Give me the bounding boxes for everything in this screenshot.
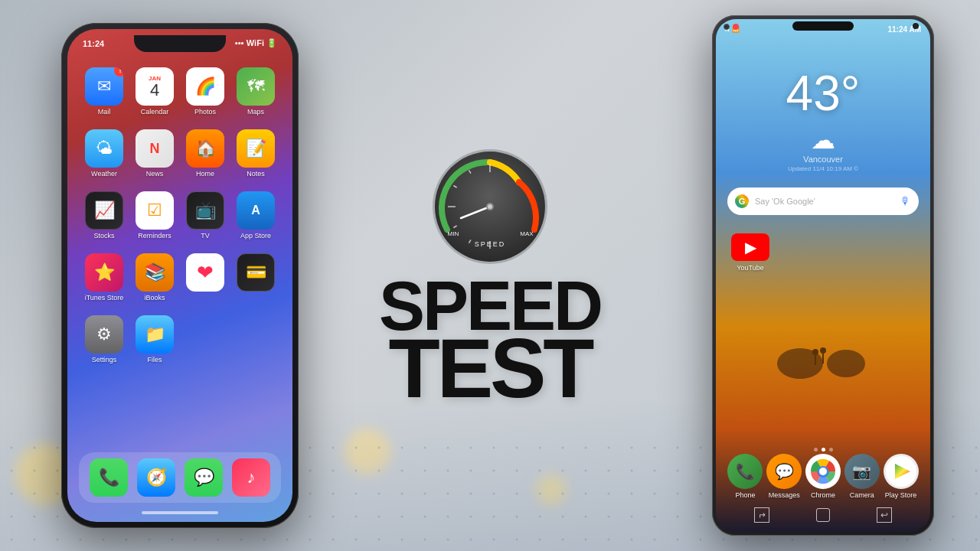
mail-icon: ✉ ! [85, 67, 123, 106]
reminders-label: Reminders [138, 232, 172, 240]
itunes-label: iTunes Store [85, 294, 124, 302]
mail-badge: ! [114, 67, 123, 77]
mail-label: Mail [98, 108, 111, 116]
samsung-playstore-label: Play Store [885, 491, 917, 499]
svg-point-18 [827, 350, 865, 377]
app-files[interactable]: 📁 Files [132, 315, 177, 364]
ibooks-label: iBooks [144, 294, 165, 302]
app-wallet[interactable]: 💳 [234, 253, 278, 302]
itunes-icon: ⭐ [85, 253, 123, 292]
svg-point-19 [812, 349, 818, 355]
app-calendar[interactable]: JAN 4 Calendar [132, 67, 177, 116]
svg-text:MAX: MAX [520, 230, 534, 237]
google-mic-icon[interactable]: 🎙 [900, 195, 911, 207]
news-icon: N [136, 129, 174, 168]
iphone-screen: 11:24 ▪▪▪ WiFi 🔋 ✉ ! Mail JAN [67, 29, 292, 522]
samsung-playstore-icon [884, 454, 919, 489]
iphone-dock: 📞 🧭 💬 ♪ [79, 452, 281, 503]
samsung-chrome-icon [805, 454, 841, 489]
nav-home-btn[interactable] [816, 508, 830, 522]
samsung-dock-messages[interactable]: 💬 Messages [766, 454, 802, 499]
dock-phone-icon: 📞 [90, 458, 128, 497]
test-label: TEST [379, 330, 601, 406]
dock-safari-icon: 🧭 [137, 458, 175, 497]
photos-label: Photos [194, 108, 216, 116]
samsung-phone-icon: 📞 [727, 454, 763, 489]
samsung-screen: N 📶 11:24 AM 43° ☁ Vancouver Updated 11/… [716, 19, 930, 532]
youtube-icon: ▶ [731, 233, 769, 261]
samsung-dock-playstore[interactable]: Play Store [884, 454, 919, 499]
svg-point-16 [488, 204, 492, 209]
samsung-status-dots [724, 24, 739, 30]
files-icon: 📁 [136, 315, 174, 354]
app-row-4: ⭐ iTunes Store 📚 iBooks ❤ 💳 [79, 253, 281, 302]
app-row-1: ✉ ! Mail JAN 4 Calendar 🌈 [79, 67, 281, 116]
app-news[interactable]: N News [132, 129, 177, 178]
app-photos[interactable]: 🌈 Photos [183, 67, 227, 116]
app-notes[interactable]: 📝 Notes [234, 129, 278, 178]
samsung-dock-chrome[interactable]: Chrome [805, 454, 841, 499]
speed-test-text: SPEED TEST [379, 276, 601, 406]
home-icon: 🏠 [186, 129, 224, 168]
dock-music[interactable]: ♪ [229, 458, 273, 497]
center-content: MIN MAX SPEED SPEED TEST [379, 145, 601, 406]
wallet-icon: 💳 [237, 253, 275, 292]
samsung-body: N 📶 11:24 AM 43° ☁ Vancouver Updated 11/… [712, 15, 934, 536]
maps-icon: 🗺 [237, 67, 275, 106]
samsung-updated: Updated 11/4 10:19 AM © [716, 165, 930, 172]
samsung-weather: 43° ☁ Vancouver Updated 11/4 10:19 AM © [716, 65, 930, 172]
app-appstore[interactable]: A App Store [234, 191, 278, 240]
samsung-camera-label: Camera [850, 491, 874, 499]
app-health[interactable]: ❤ [183, 253, 227, 302]
samsung-dock-phone[interactable]: 📞 Phone [727, 454, 763, 499]
maps-label: Maps [247, 108, 264, 116]
ibooks-icon: 📚 [136, 253, 174, 292]
app-itunes[interactable]: ⭐ iTunes Store [82, 253, 126, 302]
samsung-dock: 📞 Phone 💬 Messages [720, 448, 926, 505]
samsung-messages-icon: 💬 [766, 454, 802, 489]
settings-icon: ⚙ [85, 315, 123, 354]
svg-text:SPEED: SPEED [475, 240, 506, 248]
iphone-device: 11:24 ▪▪▪ WiFi 🔋 ✉ ! Mail JAN [61, 23, 299, 528]
samsung-device: N 📶 11:24 AM 43° ☁ Vancouver Updated 11/… [712, 15, 934, 536]
reminders-icon: ☑ [136, 191, 174, 230]
appstore-label: App Store [240, 232, 271, 240]
app-maps[interactable]: 🗺 Maps [234, 67, 278, 116]
calendar-icon: JAN 4 [136, 67, 174, 106]
app-row-3: 📈 Stocks ☑ Reminders 📺 TV A App Store [79, 191, 281, 240]
samsung-dock-camera[interactable]: 📷 Camera [844, 454, 880, 499]
settings-label: Settings [92, 356, 117, 364]
dock-phone[interactable]: 📞 [87, 458, 131, 497]
app-settings[interactable]: ⚙ Settings [82, 315, 126, 364]
stocks-icon: 📈 [85, 191, 123, 230]
samsung-speaker [792, 21, 854, 31]
iphone-time: 11:24 [83, 39, 104, 48]
app-weather[interactable]: 🌤 Weather [82, 129, 126, 178]
app-row-2: 🌤 Weather N News 🏠 Home 📝 Notes [79, 129, 281, 178]
news-label: News [146, 170, 164, 178]
samsung-search-bar[interactable]: G Say 'Ok Google' 🎙 [727, 187, 919, 215]
app-empty-1 [183, 315, 227, 364]
app-ibooks[interactable]: 📚 iBooks [132, 253, 177, 302]
samsung-youtube-icon[interactable]: ▶ YouTube [731, 233, 769, 272]
samsung-camera [913, 23, 919, 29]
app-stocks[interactable]: 📈 Stocks [82, 191, 126, 240]
app-home[interactable]: 🏠 Home [183, 129, 227, 178]
google-placeholder: Say 'Ok Google' [755, 197, 894, 206]
nav-back-btn[interactable]: ↵ [754, 507, 769, 523]
dock-messages[interactable]: 💬 [181, 458, 226, 497]
svg-point-26 [819, 468, 827, 475]
app-reminders[interactable]: ☑ Reminders [132, 191, 177, 240]
notes-icon: 📝 [237, 129, 275, 168]
nav-recent-btn[interactable]: ↩ [877, 507, 892, 523]
app-tv[interactable]: 📺 TV [183, 191, 227, 240]
iphone-body: 11:24 ▪▪▪ WiFi 🔋 ✉ ! Mail JAN [61, 23, 299, 528]
dock-safari[interactable]: 🧭 [134, 458, 178, 497]
tv-icon: 📺 [186, 191, 224, 230]
samsung-nav-bar: ↵ ↩ [716, 504, 930, 526]
samsung-city: Vancouver [716, 155, 930, 164]
notes-label: Notes [247, 170, 265, 178]
app-mail[interactable]: ✉ ! Mail [82, 67, 126, 116]
iphone-app-grid: ✉ ! Mail JAN 4 Calendar 🌈 [79, 67, 281, 377]
weather-label: Weather [91, 170, 117, 178]
